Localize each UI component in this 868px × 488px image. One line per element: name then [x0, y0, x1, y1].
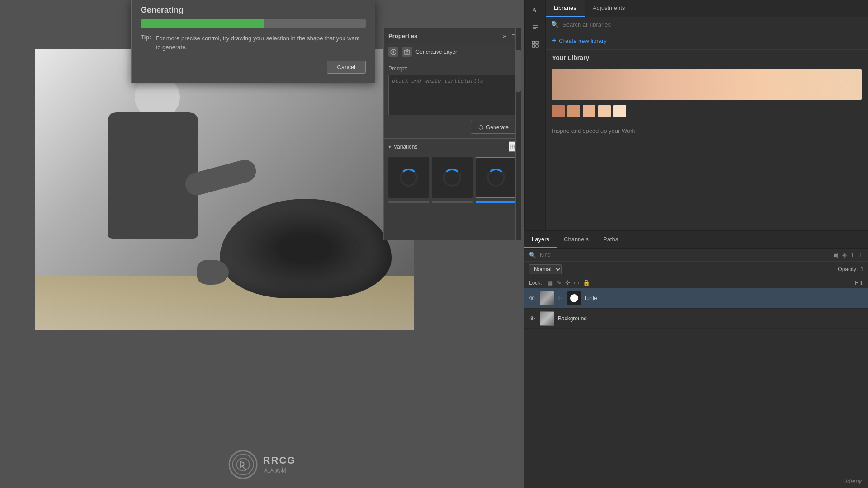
swatch-1[interactable]: [552, 105, 565, 117]
blend-mode-select[interactable]: Normal: [529, 264, 562, 274]
variations-label: Variations: [394, 144, 417, 150]
variation-indicator-3[interactable]: [476, 201, 516, 203]
layers-section: Layers Channels Paths 🔍 ▣ ◈ T ⊤ Normal O…: [524, 230, 868, 488]
rrcg-circle-logo: [229, 450, 258, 479]
variation-indicator-2[interactable]: [432, 201, 472, 203]
libraries-tabs: Libraries Adjustments: [546, 0, 868, 17]
progress-bar-container: [141, 19, 366, 28]
turtle-figure: [197, 185, 401, 312]
variation-thumb-2[interactable]: [432, 157, 472, 198]
tool-text-btn[interactable]: A: [528, 3, 542, 17]
spinner-3: [487, 169, 505, 187]
variations-left: ▾ Variations: [388, 144, 417, 150]
color-swatches-row: [552, 105, 862, 117]
tab-layers[interactable]: Layers: [524, 231, 557, 248]
filter-text-icon[interactable]: T: [850, 251, 854, 258]
lock-icons: ▦ ✎ ✛ ▭ 🔒: [547, 279, 590, 286]
svg-point-3: [406, 51, 408, 53]
inspire-text: Inspire and speed up your Work: [552, 123, 862, 140]
generating-title: Generating: [141, 5, 366, 15]
variations-chevron[interactable]: ▾: [388, 144, 391, 150]
filter-adjust-icon[interactable]: ◈: [842, 251, 847, 258]
svg-rect-2: [404, 50, 410, 54]
properties-icons: » ≡: [502, 32, 516, 39]
color-gradient-preview: [552, 69, 862, 100]
layer-mode-row: Normal Opacity: 1: [524, 262, 868, 277]
library-search-icon: 🔍: [551, 21, 559, 28]
layers-search-icon: 🔍: [529, 252, 536, 258]
tool-library-btn[interactable]: [528, 37, 542, 52]
tab-adjustments[interactable]: Adjustments: [585, 0, 633, 17]
tip-label: Tip:: [141, 34, 151, 52]
layer-type-row: Generative Layer: [384, 43, 521, 61]
fill-label: Fill:: [855, 280, 863, 286]
lock-label: Lock:: [529, 280, 542, 286]
prompt-textarea[interactable]: [388, 75, 516, 115]
variation-thumb-1[interactable]: [388, 157, 429, 198]
swatch-2[interactable]: [567, 105, 580, 117]
layer-visibility-turtle[interactable]: 👁: [529, 295, 536, 302]
layers-search-input[interactable]: [540, 252, 829, 258]
library-search-bar: 🔍: [546, 17, 868, 32]
rrcg-inner-logo: [232, 454, 254, 475]
layer-camera-icon: [402, 47, 412, 57]
generate-button[interactable]: ⬡ Generate: [471, 121, 516, 134]
create-library-label: Create new library: [559, 38, 607, 44]
layer-type-label: Generative Layer: [415, 49, 457, 55]
svg-point-0: [237, 458, 250, 471]
svg-text:A: A: [532, 7, 537, 14]
swatch-4[interactable]: [598, 105, 611, 117]
layer-thumb-bg: [540, 311, 554, 326]
layer-item-background[interactable]: 👁 Background: [524, 309, 868, 329]
opacity-value: 1: [860, 266, 863, 272]
baby-body: [108, 112, 198, 239]
lock-artboard-icon[interactable]: ▭: [574, 279, 579, 286]
cancel-button[interactable]: Cancel: [327, 61, 366, 74]
tab-libraries[interactable]: Libraries: [546, 0, 585, 17]
photo-background: [35, 49, 414, 330]
progress-bar-fill: [141, 19, 264, 28]
svg-rect-9: [536, 41, 538, 44]
tip-row: Tip: For more precise control, try drawi…: [141, 34, 366, 52]
layers-tabs: Layers Channels Paths: [524, 231, 868, 249]
rrcg-chinese-text: 人人素材: [263, 466, 296, 474]
filter-pixel-icon[interactable]: ▣: [832, 251, 838, 258]
variation-indicator-1[interactable]: [388, 201, 429, 203]
prompt-section: Prompt: ⬡ Generate: [384, 61, 521, 138]
layer-type-icon: [388, 47, 398, 57]
tip-text: For more precise control, try drawing yo…: [156, 34, 366, 52]
create-library-row[interactable]: + Create new library: [546, 32, 868, 50]
spinner-2: [443, 169, 461, 187]
swatch-5[interactable]: [613, 105, 626, 117]
variation-indicators: [384, 201, 521, 207]
tool-paragraph-btn[interactable]: [528, 20, 542, 34]
tab-channels[interactable]: Channels: [557, 231, 596, 248]
layer-name-bg: Background: [558, 315, 863, 322]
opacity-label: Opacity:: [838, 266, 858, 272]
svg-rect-8: [532, 41, 535, 44]
library-search-input[interactable]: [562, 21, 863, 28]
filter-shape-icon[interactable]: ⊤: [858, 251, 863, 258]
svg-rect-11: [536, 45, 538, 47]
opacity-row: Opacity: 1: [838, 266, 863, 272]
variation-thumb-3[interactable]: [476, 157, 516, 198]
properties-collapse-btn[interactable]: »: [502, 32, 507, 39]
properties-panel: Properties » ≡ Generative Layer Prompt:: [383, 28, 521, 240]
your-library-label: Your Library: [546, 50, 868, 64]
tab-paths[interactable]: Paths: [596, 231, 625, 248]
properties-scrollbar[interactable]: [515, 28, 521, 240]
turtle-shell: [220, 199, 392, 298]
turtle-head: [197, 260, 229, 285]
layer-visibility-bg[interactable]: 👁: [529, 315, 536, 322]
lock-all-icon[interactable]: 🔒: [583, 279, 590, 286]
lock-move-icon[interactable]: ✛: [565, 279, 570, 286]
layer-thumb-turtle-mask: [567, 291, 581, 305]
spinner-1: [400, 169, 418, 187]
scrollbar-thumb[interactable]: [516, 50, 521, 92]
lock-pixels-icon[interactable]: ▦: [547, 279, 553, 286]
properties-title: Properties: [388, 33, 417, 39]
swatch-3[interactable]: [583, 105, 595, 117]
svg-rect-10: [532, 45, 535, 47]
lock-position-icon[interactable]: ✎: [557, 279, 561, 286]
layer-item-turtle[interactable]: 👁 ⛓ turtle: [524, 288, 868, 309]
